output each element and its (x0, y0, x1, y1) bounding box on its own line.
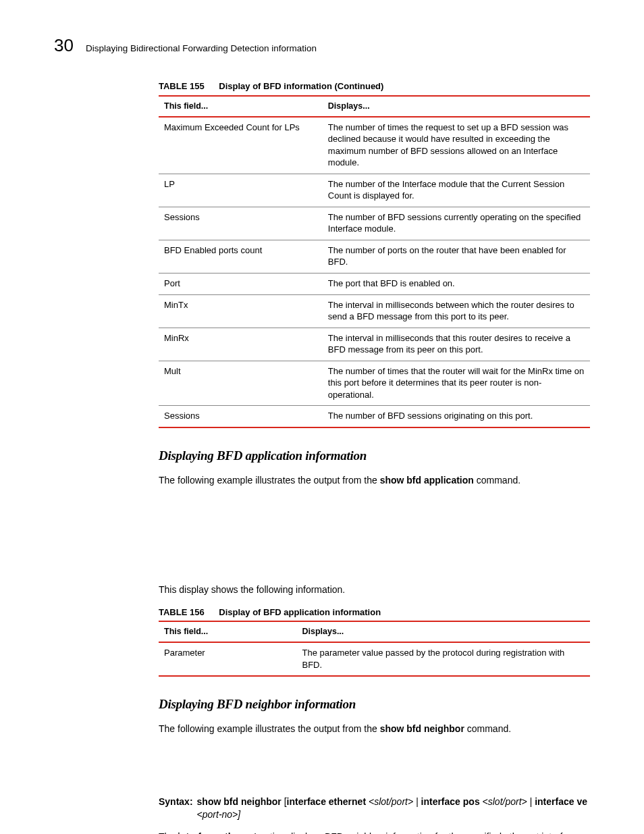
table155-r4-desc: The port that BFD is enabled on. (323, 273, 590, 294)
table155-col1: This field... (159, 96, 323, 117)
section1-para1-post: command. (474, 475, 520, 486)
section2-para2-pre: The (159, 831, 178, 834)
syntax-line: Syntax: show bfd neighbor [interface eth… (159, 796, 590, 821)
table155-caption-text: Display of BFD information (Continued) (219, 81, 383, 91)
table-row: Sessions The number of BFD sessions orig… (159, 406, 590, 427)
section2-heading: Displaying BFD neighbor information (159, 696, 590, 713)
table155-caption: TABLE 155 Display of BFD information (Co… (159, 80, 590, 93)
output-placeholder-1 (159, 496, 590, 574)
table155-r3-field: BFD Enabled ports count (159, 240, 323, 273)
table155-r7-desc: The number of times that the router will… (323, 361, 590, 406)
table155-r8-desc: The number of BFD sessions originating o… (323, 406, 590, 427)
table155-r8-field: Sessions (159, 406, 323, 427)
table155-r4-field: Port (159, 273, 323, 294)
section1-para1-pre: The following example illustrates the ou… (159, 475, 380, 486)
table155: This field... Displays... Maximum Exceed… (159, 95, 590, 428)
table155-r6-desc: The interval in milliseconds that this r… (323, 328, 590, 361)
table155-r0-desc: The number of times the request to set u… (323, 117, 590, 174)
section1-para1: The following example illustrates the ou… (159, 474, 590, 488)
table155-header-row: This field... Displays... (159, 96, 590, 117)
syntax-p8: <port-no>] (197, 809, 241, 820)
section2-para2-bold: interface ethernet (178, 831, 257, 834)
table-row: MinTx The interval in milliseconds betwe… (159, 294, 590, 328)
table156-col1: This field... (159, 621, 296, 642)
section2-para1-post: command. (464, 723, 511, 734)
table-row: BFD Enabled ports count The number of po… (159, 240, 590, 273)
syntax-p5: interface pos (421, 796, 480, 807)
table-row: Parameter The parameter value passed by … (159, 642, 590, 676)
section1-para1-bold: show bfd application (380, 475, 474, 486)
section2-para1-pre: The following example illustrates the ou… (159, 723, 380, 734)
syntax-label: Syntax: (159, 796, 193, 821)
syntax-p6: <slot/port> | (480, 796, 535, 807)
page: 30 Displaying Bidirectional Forwarding D… (0, 0, 644, 834)
table-row: Mult The number of times that the router… (159, 361, 590, 406)
table155-r5-field: MinTx (159, 294, 323, 328)
table-row: MinRx The interval in milliseconds that … (159, 328, 590, 361)
section1-heading: Displaying BFD application information (159, 447, 590, 465)
table156-caption-text: Display of BFD application information (219, 607, 381, 617)
table155-r1-desc: The number of the Interface module that … (323, 174, 590, 207)
content: TABLE 155 Display of BFD information (Co… (159, 80, 590, 834)
table155-col2: Displays... (323, 96, 590, 117)
table-row: Maximum Exceeded Count for LPs The numbe… (159, 117, 590, 174)
syntax-p4: <slot/port> | (366, 796, 421, 807)
table-row: Sessions The number of BFD sessions curr… (159, 207, 590, 240)
page-header-title: Displaying Bidirectional Forwarding Dete… (86, 43, 317, 55)
section2-para1-bold: show bfd neighbor (380, 723, 464, 734)
table-row: Port The port that BFD is enabled on. (159, 273, 590, 294)
table155-r6-field: MinRx (159, 328, 323, 361)
table-row: LP The number of the Interface module th… (159, 174, 590, 207)
syntax-p2: [ (281, 796, 287, 807)
table155-r3-desc: The number of ports on the router that h… (323, 240, 590, 273)
table155-r2-field: Sessions (159, 207, 323, 240)
table156-caption: TABLE 156 Display of BFD application inf… (159, 606, 590, 619)
output-placeholder-2 (159, 745, 590, 796)
section2-para1: The following example illustrates the ou… (159, 723, 590, 736)
table155-r1-field: LP (159, 174, 323, 207)
table156-header-row: This field... Displays... (159, 621, 590, 642)
table156-r0-field: Parameter (159, 642, 296, 676)
table156-col2: Displays... (296, 621, 590, 642)
table155-r7-field: Mult (159, 361, 323, 406)
page-number: 30 (54, 34, 74, 57)
table156-r0-desc: The parameter value passed by the protoc… (296, 642, 590, 676)
syntax-p3: interface ethernet (287, 796, 366, 807)
table155-caption-label: TABLE 155 (159, 81, 205, 91)
section1-para2: This display shows the following informa… (159, 583, 590, 597)
syntax-body: show bfd neighbor [interface ethernet <s… (197, 796, 590, 821)
table155-r5-desc: The interval in milliseconds between whi… (323, 294, 590, 328)
table156: This field... Displays... Parameter The … (159, 621, 590, 677)
section2-para2: The interface ethernet option displays B… (159, 831, 590, 834)
syntax-p1: show bfd neighbor (197, 796, 281, 807)
table156-caption-label: TABLE 156 (159, 607, 205, 617)
syntax-p7: interface ve (535, 796, 587, 807)
table155-r2-desc: The number of BFD sessions currently ope… (323, 207, 590, 240)
table155-r0-field: Maximum Exceeded Count for LPs (159, 117, 323, 174)
page-header: 30 Displaying Bidirectional Forwarding D… (54, 34, 590, 57)
